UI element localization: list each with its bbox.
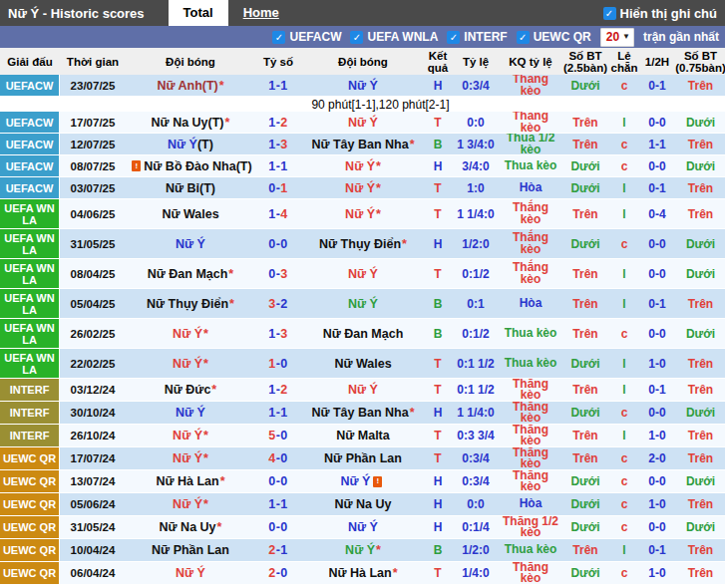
score-cell: 0-0 [255,229,301,259]
match-row[interactable]: UEFA WNLA04/06/25Nữ Wales1-4Nữ Ý*T1 1/4:… [0,199,725,229]
match-row[interactable]: UEFA WNLA05/04/25Nữ Thụy Điển*3-2Nữ ÝB0:… [0,289,725,319]
league-filter-uewc-qr[interactable]: ✓UEWC QR [517,30,591,44]
over-under-075-cell: Trên [676,349,725,379]
match-row[interactable]: UEFACW12/07/25Nữ Ý(T)1-3Nữ Tây Ban Nha*B… [0,134,725,155]
home-team-cell[interactable]: Nữ Bỉ(T) [126,177,255,199]
home-team-cell[interactable]: Nữ Đức* [126,379,255,402]
match-row[interactable]: UEWC QR31/05/24Nữ Na Uy*0-0Nữ ÝH0:1/4Thắ… [0,516,725,539]
checkbox-checked-icon[interactable]: ✓ [517,31,530,44]
result-cell: T [425,349,451,379]
home-goals: 1 [268,117,275,129]
away-team-cell[interactable]: Nữ Ý [301,379,425,402]
over-under-075-cell: Dưới [676,516,725,539]
over-under-25-cell: Trên [560,259,610,289]
away-team-cell[interactable]: Nữ Ý* [301,177,425,199]
match-row[interactable]: UEFACW03/07/25Nữ Bỉ(T)0-1Nữ Ý*T1:0HòaDướ… [0,177,725,199]
away-team-cell[interactable]: Nữ Na Uy [301,493,425,516]
match-row[interactable]: UEFA WNLA08/04/25Nữ Đan Mạch*0-3Nữ ÝT0:1… [0,259,725,289]
match-row[interactable]: UEFACW17/07/25Nữ Na Uy(T)*1-2Nữ ÝT0:0Thắ… [0,112,725,134]
handicap-odds-cell: 0:1/4 [451,516,501,539]
match-date: 03/12/24 [60,379,126,402]
away-goals: 1 [280,544,287,556]
home-goals: 0 [268,182,275,194]
home-team-cell[interactable]: !Nữ Bồ Đào Nha(T) [126,155,255,177]
favorite-star-icon: * [220,475,225,487]
home-team-cell[interactable]: Nữ Ý(T) [126,134,255,155]
away-team-cell[interactable]: Nữ Đan Mạch [301,319,425,349]
away-team-cell[interactable]: Nữ Wales [301,349,425,379]
half-time-score-cell: 0-0 [638,155,676,177]
home-goals: 1 [268,160,275,172]
match-row[interactable]: UEFA WNLA22/02/25Nữ Ý*1-0Nữ WalesT0:1 1/… [0,349,725,379]
score-cell: 0-0 [255,470,301,493]
home-team-cell[interactable]: Nữ Ý [126,402,255,425]
home-team-cell[interactable]: Nữ Phần Lan [126,539,255,562]
away-team-cell[interactable]: Nữ Ý [301,75,425,97]
match-row[interactable]: UEWC QR10/04/24Nữ Phần Lan2-1Nữ Ý*B1/2:0… [0,539,725,562]
half-time-score-cell: 0-1 [638,289,676,319]
away-team-cell[interactable]: Nữ Ý [301,516,425,539]
home-goals: 1 [268,384,275,396]
match-row[interactable]: INTERF26/10/24Nữ Ý*5-0Nữ MaltaT0:3 3/4Th… [0,425,725,447]
away-team-cell[interactable]: Nữ Ý [301,289,425,319]
half-time-score-cell: 0-1 [638,75,676,97]
match-row[interactable]: INTERF03/12/24Nữ Đức*1-2Nữ ÝT0:1 1/2Thắn… [0,379,725,402]
home-team-cell[interactable]: Nữ Ý* [126,425,255,447]
home-team-cell[interactable]: Nữ Ý* [126,493,255,516]
match-row[interactable]: UEWC QR13/07/24Nữ Hà Lan*0-0Nữ Ý!H0:3/4T… [0,470,725,493]
checkbox-checked-icon[interactable]: ✓ [447,31,460,44]
match-row[interactable]: UEFACW23/07/25Nữ Anh(T)*1-1Nữ ÝH0:3/4Thắ… [0,75,725,97]
match-row[interactable]: UEWC QR05/06/24Nữ Ý*1-1Nữ Na UyH0:0HòaDư… [0,493,725,516]
home-team-cell[interactable]: Nữ Na Uy(T)* [126,112,255,134]
tab-home[interactable]: Home [228,0,294,26]
match-row[interactable]: UEFA WNLA31/05/25Nữ Ý0-0Nữ Thụy Điển*H1/… [0,229,725,259]
match-row[interactable]: INTERF30/10/24Nữ Ý1-1Nữ Tây Ban Nha*H1 1… [0,402,725,425]
league-filter-interf[interactable]: ✓INTERF [447,30,507,44]
home-team-cell[interactable]: Nữ Ý [126,229,255,259]
match-row[interactable]: UEFA WNLA26/02/25Nữ Ý*1-3Nữ Đan MạchB0:1… [0,319,725,349]
home-team-cell[interactable]: Nữ Thụy Điển* [126,289,255,319]
away-team-cell[interactable]: Nữ Hà Lan* [301,562,425,585]
home-team-cell[interactable]: Nữ Wales [126,199,255,229]
home-team-cell[interactable]: Nữ Đan Mạch* [126,259,255,289]
home-team-cell[interactable]: Nữ Na Uy* [126,516,255,539]
away-team-cell[interactable]: Nữ Thụy Điển* [301,229,425,259]
home-team-cell[interactable]: Nữ Ý* [126,349,255,379]
away-team-cell[interactable]: Nữ Tây Ban Nha* [301,134,425,155]
score-cell: 1-1 [255,155,301,177]
home-team-cell[interactable]: Nữ Hà Lan* [126,470,255,493]
away-team-cell[interactable]: Nữ Ý* [301,539,425,562]
home-team-cell[interactable]: Nữ Ý [126,562,255,585]
league-badge: UEWC QR [0,493,60,516]
match-count-select[interactable]: 20 ▼ [600,28,634,47]
away-team-cell[interactable]: Nữ Ý* [301,199,425,229]
home-team-cell[interactable]: Nữ Ý* [126,447,255,470]
league-filter-label: UEFA WNLA [367,30,438,44]
tab-total[interactable]: Total [169,0,228,26]
league-filter-uefa-wnla[interactable]: ✓UEFA WNLA [350,30,438,44]
away-goals: 0 [280,358,287,370]
match-row[interactable]: UEWC QR06/04/24Nữ Ý2-0Nữ Hà Lan*T1/4:0Th… [0,562,725,585]
away-team-name: Nữ Ý [341,475,371,487]
home-team-cell[interactable]: Nữ Ý* [126,319,255,349]
league-filter-label: INTERF [464,30,507,44]
away-team-cell[interactable]: Nữ Ý* [301,155,425,177]
checkbox-checked-icon[interactable]: ✓ [350,31,363,44]
league-filter-uefacw[interactable]: ✓UEFACW [272,30,341,44]
match-row[interactable]: UEFACW08/07/25!Nữ Bồ Đào Nha(T)1-1Nữ Ý*H… [0,155,725,177]
show-notes-toggle[interactable]: ✓ Hiển thị ghi chú [603,6,725,21]
checkbox-checked-icon[interactable]: ✓ [272,31,285,44]
away-team-cell[interactable]: Nữ Ý [301,259,425,289]
checkbox-checked-icon[interactable]: ✓ [603,7,616,20]
away-team-cell[interactable]: Nữ Phần Lan [301,447,425,470]
match-row[interactable]: UEWC QR17/07/24Nữ Ý*4-0Nữ Phần LanT0:3/4… [0,447,725,470]
away-team-cell[interactable]: Nữ Malta [301,425,425,447]
away-team-cell[interactable]: Nữ Ý! [301,470,425,493]
half-time-score-cell: 1-0 [638,493,676,516]
away-goals: 3 [280,268,287,280]
home-goals: 2 [268,544,275,556]
away-team-cell[interactable]: Nữ Ý [301,112,425,134]
away-team-cell[interactable]: Nữ Tây Ban Nha* [301,402,425,425]
odd-even-cell: l [610,177,638,199]
home-team-cell[interactable]: Nữ Anh(T)* [126,75,255,97]
